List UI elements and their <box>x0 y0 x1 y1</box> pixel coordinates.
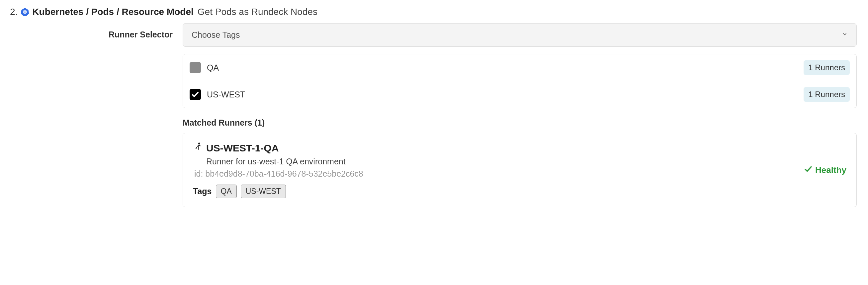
matched-runners-title: Matched Runners (1) <box>183 118 857 128</box>
tag-chip-us-west: US-WEST <box>241 185 286 198</box>
breadcrumb-desc: Get Pods as Rundeck Nodes <box>197 7 317 17</box>
tag-chip-qa: QA <box>216 185 237 198</box>
checkbox-checked-icon[interactable] <box>190 89 201 100</box>
kubernetes-icon <box>20 7 30 16</box>
health-label: Healthy <box>815 165 846 175</box>
check-icon <box>804 165 812 176</box>
health-status: Healthy <box>804 165 846 176</box>
step-number: 2. <box>10 7 18 17</box>
tag-list: QA 1 Runners US-WEST 1 Runners <box>183 54 857 108</box>
svg-point-5 <box>198 143 200 144</box>
tag-item-qa[interactable]: QA 1 Runners <box>183 55 857 81</box>
runner-card: US-WEST-1-QA Runner for us-west-1 QA env… <box>183 133 857 207</box>
tags-label: Tags <box>193 186 212 196</box>
runner-tags-row: Tags QA US-WEST <box>193 185 804 198</box>
runner-id: id: bb4ed9d8-70ba-416d-9678-532e5be2c6c8 <box>194 169 804 179</box>
checkbox-unchecked-icon[interactable] <box>190 62 201 73</box>
tag-name: QA <box>207 63 804 73</box>
runner-count-badge: 1 Runners <box>804 87 850 102</box>
step-header: 2. Kubernetes / Pods / Resource Model Ge… <box>10 7 858 17</box>
chevron-down-icon <box>842 31 848 39</box>
runner-name: US-WEST-1-QA <box>206 143 279 154</box>
tag-name: US-WEST <box>207 90 804 99</box>
breadcrumb-path: Kubernetes / Pods / Resource Model <box>32 7 193 17</box>
runner-count-badge: 1 Runners <box>804 60 850 75</box>
tag-item-us-west[interactable]: US-WEST 1 Runners <box>183 81 857 108</box>
field-label: Runner Selector <box>10 23 173 39</box>
dropdown-placeholder: Choose Tags <box>192 30 240 40</box>
runner-description: Runner for us-west-1 QA environment <box>206 157 804 166</box>
choose-tags-dropdown[interactable]: Choose Tags <box>183 23 857 47</box>
running-person-icon <box>193 142 203 154</box>
